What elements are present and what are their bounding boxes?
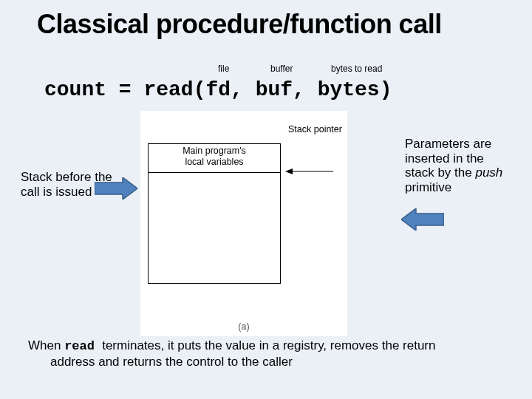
stack-pointer-label: Stack pointer: [288, 124, 342, 134]
code-line: count = read(fd, buf, bytes): [44, 78, 392, 101]
footer-mid: terminates, it puts the value in a regis…: [102, 338, 435, 352]
svg-marker-2: [95, 177, 137, 200]
figure-sublabel: (a): [140, 321, 347, 332]
block-arrow-left-icon: [401, 208, 444, 231]
footer-line2: address and returns the control to the c…: [28, 355, 502, 369]
svg-marker-1: [285, 168, 293, 174]
stack-box: Main program's local variables: [148, 143, 281, 284]
footer-pre: When: [28, 338, 64, 352]
stack-text-l1: Main program's: [183, 146, 246, 156]
right-caption-post: primitive: [405, 180, 451, 194]
stack-figure: Stack pointer Main program's local varia…: [140, 111, 347, 336]
right-caption-italic: push: [475, 166, 502, 180]
annotation-file: file: [218, 64, 229, 74]
stack-pointer-arrow-icon: [285, 167, 337, 182]
svg-marker-3: [401, 208, 444, 231]
footer-mono: read: [64, 339, 102, 353]
stack-divider: [149, 172, 280, 173]
stack-text-l2: local variables: [185, 157, 243, 167]
block-arrow-right-icon: [95, 177, 137, 200]
footer-text: When read terminates, it puts the value …: [28, 338, 502, 369]
annotation-bytes: bytes to read: [331, 64, 382, 74]
slide: Classical procedure/function call file b…: [0, 0, 532, 399]
right-caption: Parameters are inserted in the stack by …: [405, 137, 516, 194]
slide-title: Classical procedure/function call: [37, 9, 510, 40]
annotation-buffer: buffer: [270, 64, 293, 74]
stack-text: Main program's local variables: [149, 146, 280, 168]
